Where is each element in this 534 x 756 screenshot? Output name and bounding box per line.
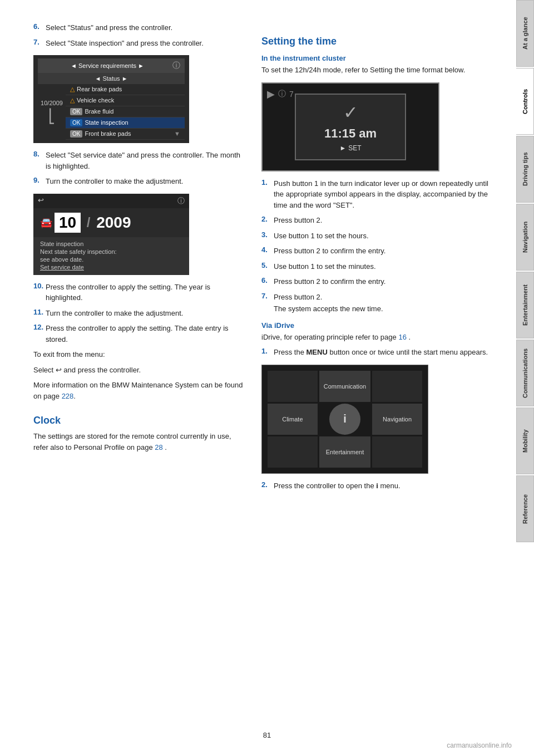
step-7: 7. Select "State inspection" and press t… [33,38,245,49]
screen-right-list: △ Rear brake pads △ Vehicle check OK Bra… [66,84,185,140]
step-number-12: 12. [33,323,46,331]
idrive-step-number-2: 2. [261,480,274,489]
more-info-page: 228 [62,392,74,400]
date-entry-screen: ↩ ⓘ 🚘 10 / 2009 State inspection Next st… [33,194,189,275]
cluster-step-4: 4. Press button 2 to confirm the entry. [261,246,494,257]
cluster-step-2: 2. Press button 2. [261,215,494,226]
cluster-checkmark: ✓ [343,102,358,123]
cluster-step-6: 6. Press button 2 to confirm the entry. [261,276,494,287]
row-rear-brake: △ Rear brake pads [66,84,185,95]
idrive-step-post-2: menu. [378,482,400,490]
cluster-step-number-2: 2. [261,215,274,223]
step-number-10: 10. [33,282,46,290]
row-text-3: Brake fluid [85,108,113,115]
step-9: 9. Turn the controller to make the adjus… [33,176,245,187]
idrive-step-post-1: button once or twice until the start men… [328,348,488,356]
date-settings-icon: ⓘ [177,196,185,206]
tab-communications[interactable]: Communications [516,340,534,406]
warning-icon-1: △ [70,86,75,93]
step-10: 10. Press the controller to apply the se… [33,282,245,303]
step-text-12: Press the controller to apply the settin… [46,323,245,345]
cluster-info-icon: ⓘ [278,89,286,99]
step-text-11: Turn the controller to make the adjustme… [46,308,183,319]
idrive-intro: iDrive, for operating principle refer to… [261,332,494,343]
step-text-6: Select "Status" and press the controller… [46,22,172,33]
row-text-1: Rear brake pads [77,86,122,93]
idrive-cell-br [372,436,422,468]
idrive-intro-text: iDrive, for operating principle refer to… [261,333,397,341]
right-column: Setting the time In the instrument clust… [261,22,494,734]
cluster-step-1: 1. Push button 1 in the turn indicator l… [261,178,494,211]
step-text-7: Select "State inspection" and press the … [46,38,204,49]
watermark: carmanualsonline.info [447,742,512,749]
tab-reference[interactable]: Reference [516,475,534,542]
step-number-6: 6. [33,22,46,31]
cluster-step-5: 5. Use button 1 to set the minutes. [261,261,494,272]
idrive-entertainment-label: Entertainment [326,449,364,455]
step-text-8: Select "Set service date" and press the … [46,150,245,171]
tab-navigation[interactable]: Navigation [516,204,534,271]
cluster-step-number-1: 1. [261,178,274,186]
cluster-step-3: 3. Use button 1 to set the hours. [261,230,494,242]
back-icon: ↩ [38,196,44,206]
idrive-menu-screen: Communication Climate i Navigation Enter… [261,365,428,474]
cluster-step-text-3: Use button 1 to set the hours. [274,230,369,242]
row-front-brake: OK Front brake pads ▼ [66,129,185,140]
idrive-step-pre-1: Press the [274,348,306,356]
tab-controls[interactable]: Controls [516,68,534,135]
via-idrive-heading: Via iDrive [261,321,494,330]
screen-status-row: ◄ Status ► [38,73,185,84]
cluster-step-text-1: Push button 1 in the turn indicator leve… [274,178,494,211]
cluster-step-subtext-7: The system accepts the new time. [274,303,383,315]
cluster-step-text-6: Press button 2 to confirm the entry. [274,276,385,287]
screen-header-text: ◄ Service requirements ► [42,62,172,69]
step-8: 8. Select "Set service date" and press t… [33,150,245,171]
idrive-step-1: 1. Press the MENU button once or twice u… [261,347,494,358]
tab-mobility[interactable]: Mobility [516,408,534,474]
screen-left-icon: 10/2009 ⎣ [38,84,66,140]
row-vehicle-check: △ Vehicle check [66,95,185,106]
step-11: 11. Turn the controller to make the adju… [33,308,245,319]
tab-driving-tips[interactable]: Driving tips [516,136,534,203]
clock-body-text: The settings are stored for the remote c… [33,432,231,451]
idrive-cell-tl [268,371,318,402]
ok-label-front: OK [70,130,82,138]
cluster-set-arrow: ► [339,144,346,152]
screen-body: 10/2009 ⎣ △ Rear brake pads △ Vehicle ch… [38,84,185,140]
cluster-step-text-2: Press button 2. [274,215,322,226]
idrive-cell-bc: Entertainment [319,436,370,468]
cluster-step-number-3: 3. [261,230,274,239]
idrive-navigation-label: Navigation [383,416,412,423]
row-text-5: Front brake pads [85,130,131,138]
date-info-line3: see above date. [40,256,182,263]
date-month: 10 [55,213,81,233]
row-text-2: Vehicle check [77,97,114,104]
row-state-inspection: OK State inspection [66,117,185,129]
step-number-8: 8. [33,150,46,158]
idrive-cell-tc: Communication [319,371,370,402]
exit-select: Select ↩ and press the controller. [33,365,245,376]
idrive-step-bold-1: MENU [306,348,328,356]
date-separator: / [83,215,94,230]
step-text-10: Press the controller to apply the settin… [46,282,245,303]
ok-label-brake: OK [70,108,82,115]
service-requirements-screen: ◄ Service requirements ► ⓘ ◄ Status ► 10… [33,55,189,143]
tab-at-a-glance[interactable]: At a glance [516,0,534,67]
step-text-9: Turn the controller to make the adjustme… [46,176,183,187]
cluster-num-icon: 7 [289,90,294,99]
instrument-cluster-heading: In the instrument cluster [261,54,494,62]
date-header: ↩ ⓘ [33,194,189,208]
clock-heading: Clock [33,415,245,426]
idrive-step-number-1: 1. [261,347,274,355]
step-number-11: 11. [33,308,46,316]
cluster-nav-icon: ▶ [267,88,275,100]
idrive-center-icon: i [343,413,347,425]
cluster-step-text-4: Press button 2 to confirm the entry. [274,246,385,257]
instrument-intro: To set the 12h/24h mode, refer to Settin… [261,65,494,76]
step-12: 12. Press the controller to apply the se… [33,323,245,345]
idrive-cell-ml: Climate [268,404,318,435]
tab-entertainment[interactable]: Entertainment [516,272,534,338]
clock-page-ref: 28 [155,443,162,451]
cluster-set-label: ► SET [339,144,361,152]
idrive-climate-label: Climate [282,416,303,423]
